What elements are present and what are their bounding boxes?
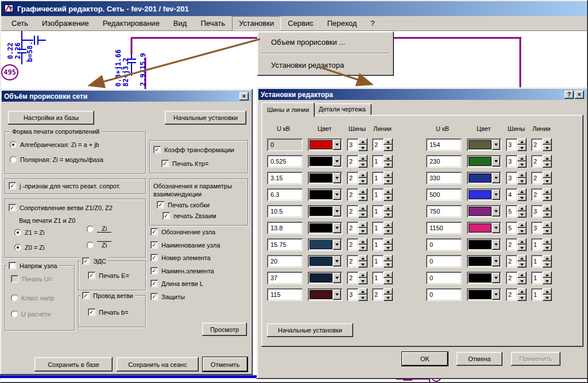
chevron-down-icon[interactable] bbox=[492, 140, 500, 150]
bus-width-spinner[interactable]: 2 bbox=[347, 205, 368, 218]
cancel-button[interactable]: Отмена bbox=[457, 352, 502, 366]
color-dropdown[interactable] bbox=[467, 255, 501, 268]
checkbox-branch-resistance[interactable]: ✓ Сопротивление ветви Z1/Z0, Z2 bbox=[9, 204, 113, 211]
voltage-value-field[interactable]: 0 bbox=[267, 138, 303, 151]
help-icon[interactable]: ? bbox=[564, 91, 574, 99]
radio-z0-fraction[interactable]: Zi bbox=[87, 241, 111, 249]
bus-width-spinner[interactable]: 3 bbox=[506, 155, 527, 168]
spinner-up-icon[interactable] bbox=[358, 288, 368, 295]
spinner-down-icon[interactable] bbox=[384, 178, 393, 184]
checkbox-print-ktr[interactable]: ✓ Печать Ктр= bbox=[161, 160, 208, 167]
spinner-up-icon[interactable] bbox=[384, 188, 393, 195]
spinner-down-icon[interactable] bbox=[543, 261, 552, 268]
bus-width-spinner[interactable]: 5 bbox=[506, 205, 527, 218]
radio-u-calculated[interactable]: U расчётн bbox=[11, 311, 51, 318]
bus-width-spinner[interactable]: 3 bbox=[347, 138, 368, 151]
color-dropdown[interactable] bbox=[308, 255, 342, 268]
chevron-down-icon[interactable] bbox=[492, 173, 500, 183]
checkbox-element-name[interactable]: ✓ Наимен.элемента bbox=[150, 267, 214, 274]
chevron-down-icon[interactable] bbox=[333, 239, 341, 250]
save-in-base-button[interactable]: Сохранить в базе bbox=[34, 357, 113, 372]
chevron-down-icon[interactable] bbox=[333, 273, 341, 283]
checkbox-transformation-coeff[interactable]: ✓ Коэфф трансформации bbox=[153, 146, 234, 153]
voltage-value-field[interactable]: 500 bbox=[426, 188, 462, 201]
menu-help[interactable]: ? bbox=[363, 16, 381, 30]
voltage-value-field[interactable]: 0 bbox=[426, 288, 462, 301]
chevron-down-icon[interactable] bbox=[333, 156, 341, 167]
spinner-up-icon[interactable] bbox=[543, 255, 552, 261]
menu-transition[interactable]: Переход bbox=[320, 16, 364, 30]
menu-service[interactable]: Сервис bbox=[281, 16, 320, 30]
spinner-up-icon[interactable] bbox=[358, 222, 368, 228]
line-width-spinner[interactable]: 1 bbox=[531, 255, 552, 268]
spinner-up-icon[interactable] bbox=[543, 155, 552, 161]
close-icon[interactable]: × bbox=[575, 91, 584, 99]
spinner-down-icon[interactable] bbox=[517, 228, 527, 234]
checkbox-print-brackets[interactable]: ✓ Печать скобки bbox=[157, 201, 210, 208]
radio-z1-fraction[interactable]: Zi bbox=[87, 225, 111, 233]
chevron-down-icon[interactable] bbox=[492, 273, 500, 283]
spinner-up-icon[interactable] bbox=[358, 155, 368, 161]
menu-image[interactable]: Изображение bbox=[35, 16, 96, 30]
spinner-up-icon[interactable] bbox=[384, 255, 393, 261]
spinner-down-icon[interactable] bbox=[517, 178, 527, 184]
spinner-up-icon[interactable] bbox=[384, 155, 393, 161]
line-width-spinner[interactable]: 1 bbox=[372, 155, 393, 168]
color-dropdown[interactable] bbox=[467, 155, 501, 168]
line-width-spinner[interactable]: 3 bbox=[531, 222, 552, 234]
line-width-spinner[interactable]: 3 bbox=[531, 205, 552, 218]
voltage-value-field[interactable]: 37 bbox=[267, 272, 303, 284]
spinner-up-icon[interactable] bbox=[517, 172, 527, 178]
spinner-up-icon[interactable] bbox=[543, 222, 552, 228]
spinner-up-icon[interactable] bbox=[384, 138, 393, 145]
bus-width-spinner[interactable]: 2 bbox=[347, 188, 368, 201]
spinner-up-icon[interactable] bbox=[543, 272, 552, 278]
spinner-up-icon[interactable] bbox=[517, 188, 527, 195]
checkbox-node-voltage[interactable]: ✓ Напряж узла bbox=[7, 262, 59, 269]
checkbox-print-e[interactable]: ✓ Печать E= bbox=[88, 272, 129, 279]
spinner-down-icon[interactable] bbox=[517, 161, 527, 168]
spinner-up-icon[interactable] bbox=[517, 155, 527, 161]
spinner-down-icon[interactable] bbox=[543, 278, 552, 284]
checkbox-protections[interactable]: ✓ Защиты bbox=[150, 293, 185, 300]
window-title-bar[interactable]: Графический редактор. Сеть - fev-201 / f… bbox=[1, 1, 587, 16]
menu-set[interactable]: Сеть bbox=[5, 16, 35, 30]
spinner-down-icon[interactable] bbox=[517, 211, 527, 218]
color-dropdown[interactable] bbox=[308, 172, 342, 184]
spinner-down-icon[interactable] bbox=[517, 195, 527, 201]
voltage-value-field[interactable]: 230 bbox=[426, 155, 462, 168]
menu-view[interactable]: Вид bbox=[167, 16, 194, 30]
bus-width-spinner[interactable]: 4 bbox=[506, 188, 527, 201]
checkbox-element-number[interactable]: ✓ Номер элемента bbox=[150, 254, 211, 261]
spinner-up-icon[interactable] bbox=[517, 222, 527, 228]
spinner-up-icon[interactable] bbox=[543, 188, 552, 195]
spinner-up-icon[interactable] bbox=[358, 172, 368, 178]
chevron-down-icon[interactable] bbox=[492, 289, 500, 300]
line-width-spinner[interactable]: 2 bbox=[531, 172, 552, 184]
spinner-up-icon[interactable] bbox=[517, 288, 527, 295]
spinner-down-icon[interactable] bbox=[358, 178, 368, 184]
ok-button[interactable]: OK bbox=[402, 352, 448, 366]
spinner-down-icon[interactable] bbox=[358, 161, 368, 168]
spinner-up-icon[interactable] bbox=[384, 272, 393, 278]
bus-width-spinner[interactable]: 2 bbox=[347, 255, 368, 268]
color-dropdown[interactable] bbox=[467, 222, 501, 234]
bus-width-spinner[interactable]: 2 bbox=[506, 272, 527, 284]
dialog-title-bar[interactable]: Установки редактора ? × bbox=[258, 89, 586, 100]
radio-polar[interactable]: Полярная: Zi = модуль/фаза bbox=[10, 156, 103, 163]
spinner-up-icon[interactable] bbox=[358, 138, 368, 145]
menu-print[interactable]: Печать bbox=[194, 16, 232, 30]
line-width-spinner[interactable]: 1 bbox=[531, 272, 552, 284]
spinner-down-icon[interactable] bbox=[543, 178, 552, 184]
spinner-up-icon[interactable] bbox=[543, 205, 552, 211]
color-dropdown[interactable] bbox=[467, 138, 501, 151]
chevron-down-icon[interactable] bbox=[492, 206, 500, 216]
spinner-up-icon[interactable] bbox=[517, 205, 527, 211]
spinner-down-icon[interactable] bbox=[517, 245, 527, 251]
chevron-down-icon[interactable] bbox=[333, 289, 341, 300]
bus-width-spinner[interactable]: 2 bbox=[347, 222, 368, 234]
bus-width-spinner[interactable]: 2 bbox=[347, 155, 368, 168]
line-width-spinner[interactable]: 1 bbox=[372, 222, 393, 234]
spinner-up-icon[interactable] bbox=[358, 188, 368, 195]
voltage-value-field[interactable]: 750 bbox=[426, 205, 462, 218]
